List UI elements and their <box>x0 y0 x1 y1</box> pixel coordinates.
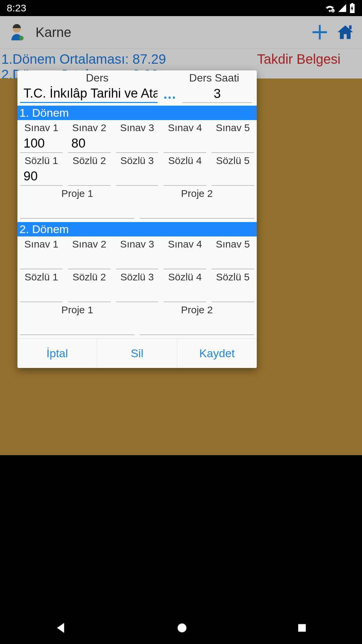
exam-label: Sınav 4 <box>164 120 206 134</box>
edit-dialog: Ders Ders Saati T.C. İnkılâp Tarihi ve A… <box>17 70 257 368</box>
exam-input[interactable] <box>116 134 159 153</box>
oral-label: Sözlü 3 <box>116 153 159 167</box>
project-input[interactable] <box>140 316 254 335</box>
exam-label: Sınav 5 <box>212 120 254 134</box>
ders-label: Ders <box>20 72 174 84</box>
page-title: Karne <box>36 25 304 40</box>
project-label: Proje 1 <box>20 302 134 316</box>
app-header: Karne <box>0 16 362 48</box>
oral-label: Sözlü 3 <box>116 269 159 283</box>
exam-label: Sınav 3 <box>116 236 159 251</box>
status-right: x <box>324 3 355 13</box>
exam-input[interactable]: 80 <box>68 134 111 153</box>
svg-rect-6 <box>298 624 306 632</box>
term2-header: 2. Dönem <box>17 222 257 236</box>
home-button[interactable] <box>335 22 355 42</box>
svg-point-5 <box>178 624 186 632</box>
oral-input[interactable] <box>68 283 111 302</box>
oral-label: Sözlü 1 <box>20 153 63 167</box>
exam-input[interactable] <box>116 251 159 269</box>
saat-label: Ders Saati <box>174 72 254 84</box>
add-button[interactable] <box>310 22 330 42</box>
exam-input[interactable] <box>164 251 206 269</box>
oral-label: Sözlü 4 <box>164 153 206 167</box>
status-time: 8:23 <box>7 2 26 14</box>
project-label: Proje 2 <box>140 186 254 200</box>
oral-label: Sözlü 1 <box>20 269 63 283</box>
exam-input[interactable] <box>68 251 111 269</box>
dialog-buttons: İptal Sil Kaydet <box>17 338 257 368</box>
oral-input[interactable] <box>20 283 63 302</box>
wifi-icon: x <box>324 4 335 12</box>
oral-input[interactable]: 90 <box>20 167 63 186</box>
svg-point-3 <box>19 36 24 41</box>
project-label: Proje 2 <box>140 302 254 316</box>
oral-label: Sözlü 2 <box>68 269 111 283</box>
exam-label: Sınav 3 <box>116 120 159 134</box>
exam-input[interactable] <box>20 251 63 269</box>
recent-icon[interactable] <box>296 622 308 634</box>
signal-icon <box>338 4 347 12</box>
battery-icon <box>349 3 355 13</box>
project-input[interactable] <box>140 200 254 219</box>
exam-label: Sınav 4 <box>164 236 206 251</box>
oral-label: Sözlü 4 <box>164 269 206 283</box>
oral-input[interactable] <box>116 167 159 186</box>
status-bar: 8:23 x <box>0 0 362 16</box>
exam-label: Sınav 1 <box>20 120 63 134</box>
saat-input[interactable]: 3 <box>182 85 252 103</box>
oral-label: Sözlü 2 <box>68 153 111 167</box>
delete-button[interactable]: Sil <box>97 339 177 368</box>
ders-input[interactable]: T.C. İnkılâp Tarihi ve Ata <box>20 84 158 103</box>
exam-label: Sınav 1 <box>20 236 63 251</box>
exam-input[interactable] <box>164 134 206 153</box>
oral-input[interactable] <box>164 283 206 302</box>
navigation-bar <box>0 612 362 644</box>
exam-input[interactable] <box>212 251 254 269</box>
project-input[interactable] <box>20 200 134 219</box>
oral-input[interactable] <box>164 167 206 186</box>
exam-input[interactable]: 100 <box>20 134 63 153</box>
project-input[interactable] <box>20 316 134 335</box>
term1-block: Sınav 1 Sınav 2 Sınav 3 Sınav 4 Sınav 5 … <box>17 120 257 222</box>
avg1-text: 1.Dönem Ortalaması: 87.29 <box>1 52 166 66</box>
avatar-icon <box>7 22 27 42</box>
ders-picker-button[interactable]: … <box>163 87 177 103</box>
save-button[interactable]: Kaydet <box>177 339 257 368</box>
oral-input[interactable] <box>212 167 254 186</box>
oral-input[interactable] <box>212 283 254 302</box>
exam-label: Sınav 2 <box>68 236 111 251</box>
svg-text:x: x <box>332 9 334 12</box>
cancel-button[interactable]: İptal <box>17 339 97 368</box>
award-text: Takdir Belgesi <box>257 51 341 67</box>
project-label: Proje 1 <box>20 186 134 200</box>
back-icon[interactable] <box>54 621 68 635</box>
oral-input[interactable] <box>68 167 111 186</box>
exam-label: Sınav 5 <box>212 236 254 251</box>
exam-label: Sınav 2 <box>68 120 111 134</box>
term1-header: 1. Dönem <box>17 106 257 120</box>
term2-block: Sınav 1 Sınav 2 Sınav 3 Sınav 4 Sınav 5 … <box>17 236 257 338</box>
svg-rect-4 <box>349 25 352 30</box>
exam-input[interactable] <box>212 134 254 153</box>
home-icon[interactable] <box>176 622 188 634</box>
oral-input[interactable] <box>116 283 159 302</box>
oral-label: Sözlü 5 <box>212 269 254 283</box>
oral-label: Sözlü 5 <box>212 153 254 167</box>
